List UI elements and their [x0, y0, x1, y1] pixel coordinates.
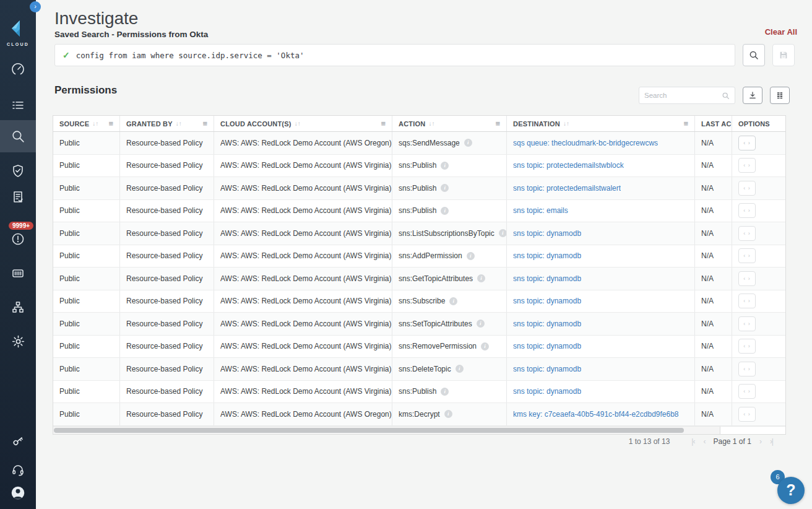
destination-link[interactable]: sns topic: dynamodb: [513, 297, 581, 305]
info-icon[interactable]: i: [499, 229, 507, 237]
column-menu-icon[interactable]: ≡: [495, 119, 500, 128]
scrollbar-track[interactable]: [53, 427, 720, 434]
destination-link[interactable]: sns topic: dynamodb: [513, 251, 581, 260]
info-icon[interactable]: i: [477, 320, 485, 328]
sort-icon[interactable]: ↓↑: [176, 120, 182, 127]
info-icon[interactable]: i: [481, 342, 489, 350]
table-row[interactable]: Public Resource-based Policy AWS: AWS: R…: [53, 132, 785, 155]
sidebar-item-settings[interactable]: [0, 328, 36, 355]
table-row[interactable]: Public Resource-based Policy AWS: AWS: R…: [53, 358, 785, 381]
sidebar-item-compute[interactable]: [0, 259, 36, 287]
save-search-button[interactable]: [772, 44, 795, 66]
info-icon[interactable]: i: [444, 410, 452, 418]
column-header-source[interactable]: SOURCE ↓↑ ≡: [53, 116, 120, 131]
table-row[interactable]: Public Resource-based Policy AWS: AWS: R…: [53, 177, 785, 200]
info-icon[interactable]: i: [464, 139, 472, 147]
column-menu-icon[interactable]: ≡: [202, 119, 207, 128]
view-json-button[interactable]: ‹ ›: [738, 384, 756, 399]
view-json-button[interactable]: ‹ ›: [738, 181, 756, 196]
view-json-button[interactable]: ‹ ›: [738, 271, 756, 286]
info-icon[interactable]: i: [441, 207, 449, 215]
view-json-button[interactable]: ‹ ›: [738, 203, 756, 218]
destination-link[interactable]: sns topic: protectedemailstwblock: [513, 161, 624, 170]
view-json-button[interactable]: ‹ ›: [738, 226, 756, 241]
cell-granted-by: Resource-based Policy: [120, 177, 214, 199]
table-row[interactable]: Public Resource-based Policy AWS: AWS: R…: [53, 336, 785, 359]
cell-source: Public: [53, 358, 120, 380]
view-json-button[interactable]: ‹ ›: [738, 407, 756, 422]
info-icon[interactable]: i: [477, 274, 485, 282]
destination-link[interactable]: sns topic: dynamodb: [513, 365, 581, 373]
sidebar-item-policies[interactable]: [0, 92, 36, 119]
info-icon[interactable]: i: [441, 162, 449, 170]
column-menu-icon[interactable]: ≡: [108, 119, 113, 128]
destination-link[interactable]: sns topic: dynamodb: [513, 274, 581, 283]
destination-link[interactable]: kms key: c7ceaefa-40b5-491c-bf44-e2cdbd9…: [513, 410, 679, 419]
view-json-button[interactable]: ‹ ›: [738, 316, 756, 331]
sort-icon[interactable]: ↓↑: [295, 120, 301, 127]
table-row[interactable]: Public Resource-based Policy AWS: AWS: R…: [53, 222, 785, 245]
sort-icon[interactable]: ↓↑: [563, 120, 569, 127]
info-icon[interactable]: i: [456, 365, 464, 373]
query-text[interactable]: config from iam where source.idp.service…: [76, 51, 304, 60]
info-icon[interactable]: i: [441, 184, 449, 192]
sidebar-item-compliance[interactable]: [0, 157, 36, 185]
destination-link[interactable]: sns topic: dynamodb: [513, 387, 581, 396]
table-row[interactable]: Public Resource-based Policy AWS: AWS: R…: [53, 290, 785, 313]
destination-link[interactable]: sqs queue: thecloudmark-bc-bridgecrewcws: [513, 139, 658, 147]
clear-all-link[interactable]: Clear All: [765, 27, 797, 37]
info-icon[interactable]: i: [449, 297, 457, 305]
sidebar-item-dashboard[interactable]: [0, 56, 36, 83]
pagination: 1 to 13 of 13 |‹ ‹ Page 1 of 1 › ›|: [629, 437, 777, 446]
column-header-cloud-accounts[interactable]: CLOUD ACCOUNT(S) ↓↑ ≡: [214, 116, 392, 131]
sidebar-item-reports[interactable]: [0, 183, 36, 211]
table-search-input[interactable]: [644, 92, 722, 99]
destination-link[interactable]: sns topic: dynamodb: [513, 320, 581, 328]
table-row[interactable]: Public Resource-based Policy AWS: AWS: R…: [53, 381, 785, 404]
last-page-icon[interactable]: ›|: [770, 437, 773, 446]
sidebar-item-profile[interactable]: [0, 479, 36, 507]
destination-link[interactable]: sns topic: protectedemailstwalert: [513, 184, 621, 193]
download-csv-button[interactable]: [743, 87, 762, 104]
destination-link[interactable]: sns topic: emails: [513, 206, 568, 215]
column-menu-icon[interactable]: ≡: [683, 119, 688, 128]
destination-link[interactable]: sns topic: dynamodb: [513, 229, 581, 238]
horizontal-scrollbar[interactable]: [53, 426, 785, 434]
info-icon[interactable]: i: [441, 388, 449, 396]
info-icon[interactable]: i: [467, 252, 475, 260]
query-input-bar[interactable]: ✓ config from iam where source.idp.servi…: [54, 44, 735, 66]
view-json-button[interactable]: ‹ ›: [738, 339, 756, 354]
first-page-icon[interactable]: |‹: [691, 437, 694, 446]
run-search-button[interactable]: [743, 44, 765, 66]
sort-icon[interactable]: ↓↑: [92, 120, 98, 127]
table-row[interactable]: Public Resource-based Policy AWS: AWS: R…: [53, 245, 785, 268]
sidebar-item-investigate[interactable]: [0, 120, 36, 152]
next-page-icon[interactable]: ›: [759, 437, 761, 446]
sidebar-item-access-keys[interactable]: [0, 427, 36, 455]
table-row[interactable]: Public Resource-based Policy AWS: AWS: R…: [53, 200, 785, 223]
view-json-button[interactable]: ‹ ›: [738, 362, 756, 376]
column-header-action[interactable]: ACTION ↓↑ ≡: [392, 116, 507, 131]
sort-icon[interactable]: ↓↑: [428, 120, 434, 127]
page-indicator: Page 1 of 1: [713, 437, 751, 446]
column-settings-button[interactable]: [770, 87, 790, 104]
column-header-destination[interactable]: DESTINATION ↓↑ ≡: [507, 116, 695, 131]
table-row[interactable]: Public Resource-based Policy AWS: AWS: R…: [53, 268, 785, 290]
view-json-button[interactable]: ‹ ›: [738, 294, 756, 308]
view-json-button[interactable]: ‹ ›: [738, 136, 756, 150]
scrollbar-thumb[interactable]: [54, 428, 684, 433]
sidebar-expand-button[interactable]: ›: [30, 1, 41, 12]
destination-link[interactable]: sns topic: dynamodb: [513, 342, 581, 350]
prev-page-icon[interactable]: ‹: [703, 437, 705, 446]
table-row[interactable]: Public Resource-based Policy AWS: AWS: R…: [53, 155, 785, 178]
table-search-box[interactable]: [639, 87, 735, 104]
help-button[interactable]: ?: [777, 477, 805, 504]
column-menu-icon[interactable]: ≡: [381, 119, 386, 128]
view-json-button[interactable]: ‹ ›: [738, 158, 756, 173]
view-json-button[interactable]: ‹ ›: [738, 248, 756, 263]
table-row[interactable]: Public Resource-based Policy AWS: AWS: R…: [53, 313, 785, 336]
table-row[interactable]: Public Resource-based Policy AWS: AWS: R…: [53, 403, 785, 426]
sidebar-item-network[interactable]: [0, 294, 36, 321]
column-header-last-accessed[interactable]: LAST ACC: [695, 116, 732, 131]
column-header-granted-by[interactable]: GRANTED BY ↓↑ ≡: [120, 116, 214, 131]
